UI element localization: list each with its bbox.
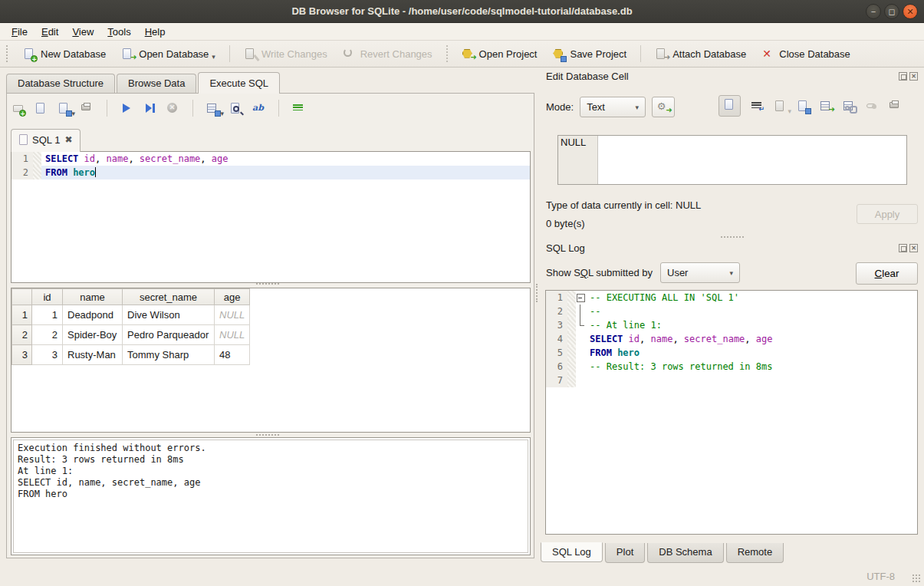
submitted-by-select[interactable]: User ▾ (660, 262, 740, 283)
sql-log-dock-icons: ✕ (899, 244, 918, 252)
cell-secret-name[interactable]: Dive Wilson (123, 305, 215, 325)
import-file-icon: ▾ (774, 100, 787, 113)
sql-document-icon (19, 134, 28, 145)
cell-age[interactable]: 48 (215, 345, 250, 365)
edit-cell-dock-icons: ✕ (899, 72, 918, 81)
save-sql-file-icon[interactable]: ▾ (58, 102, 71, 115)
tab-execute-sql[interactable]: Execute SQL (198, 72, 280, 94)
title-bar: DB Browser for SQLite - /home/user/code/… (0, 0, 924, 23)
float-dock-icon[interactable] (899, 244, 907, 252)
pane-splitter[interactable] (536, 284, 538, 302)
mode-select[interactable]: Text ▾ (580, 97, 646, 117)
float-dock-icon[interactable] (899, 72, 907, 81)
open-sql-file-icon[interactable] (35, 102, 48, 115)
sql-document-tab[interactable]: SQL 1 ✖ (11, 129, 81, 152)
menu-edit[interactable]: Edit (35, 25, 65, 39)
dock-tab-sql-log[interactable]: SQL Log (541, 542, 603, 562)
row-header[interactable]: 1 (12, 305, 32, 325)
cell-null-value: NULL (558, 136, 598, 184)
dock-splitter[interactable] (713, 235, 751, 239)
cell-id[interactable]: 1 (32, 305, 63, 325)
write-changes-button: Write Changes (238, 44, 334, 64)
dock-tab-remote[interactable]: Remote (726, 543, 784, 563)
table-row: 3 3 Rusty-Man Tommy Sharp 48 (12, 345, 250, 365)
close-button[interactable]: ✕ (903, 4, 918, 19)
find-icon[interactable] (229, 102, 242, 115)
column-header-age[interactable]: age (215, 289, 250, 305)
dock-tab-bar: SQL Log Plot DB Schema Remote (541, 543, 786, 563)
format-sql-icon[interactable]: ab (252, 102, 265, 115)
print-cell-icon[interactable] (889, 100, 902, 113)
mode-label: Mode: (546, 101, 574, 113)
tab-browse-data[interactable]: Browse Data (117, 74, 196, 94)
tab-database-structure[interactable]: Database Structure (6, 74, 115, 94)
text-mode-button[interactable] (718, 95, 741, 117)
new-database-button[interactable]: + New Database (17, 44, 112, 64)
clear-log-button[interactable]: Clear (856, 262, 918, 285)
apply-button: Apply (857, 204, 918, 224)
row-header[interactable]: 3 (12, 345, 32, 365)
cell-id[interactable]: 3 (32, 345, 63, 365)
close-sql-tab-icon[interactable]: ✖ (64, 134, 72, 152)
execute-sql-pane: + ▾ ✕ ▾ ab SQL 1 ✖ 1SELECT id, name, sec… (6, 93, 534, 558)
open-in-app-icon[interactable]: ➜ (820, 100, 833, 113)
close-dock-icon[interactable]: ✕ (909, 244, 918, 252)
menu-view[interactable]: View (65, 25, 100, 39)
save-project-button[interactable]: Save Project (546, 44, 633, 64)
chevron-down-icon: ▾ (729, 269, 733, 277)
cell-age[interactable]: NULL (215, 305, 250, 325)
chevron-down-icon: ▾ (636, 104, 640, 111)
maximize-button[interactable]: ◻ (884, 4, 899, 19)
dock-tab-plot[interactable]: Plot (605, 543, 645, 563)
resize-grip[interactable] (912, 574, 921, 583)
close-database-button[interactable]: ✕ Close Database (755, 44, 857, 64)
apply-data-button[interactable]: ⚙➜ (652, 97, 675, 117)
right-dock: Edit Database Cell ✕ Mode: Text ▾ ⚙➜ ▾ ➜ (541, 67, 924, 566)
encoding-indicator: UTF-8 (866, 571, 895, 582)
cell-value-editor[interactable]: NULL (557, 135, 907, 185)
new-sql-tab-icon[interactable]: + (12, 102, 25, 115)
export-file-icon[interactable] (797, 100, 810, 113)
dock-tab-db-schema[interactable]: DB Schema (647, 543, 723, 563)
cell-name[interactable]: Spider-Boy (63, 325, 123, 345)
column-header-name[interactable]: name (63, 289, 123, 305)
menu-help[interactable]: Help (138, 25, 173, 39)
cell-id[interactable]: 2 (32, 325, 63, 345)
row-header[interactable]: 2 (12, 325, 32, 345)
open-database-dropdown-icon[interactable]: ▾ (212, 53, 215, 61)
results-header-row: id name secret_name age (12, 289, 250, 305)
word-wrap-cell-icon[interactable] (751, 100, 764, 113)
link-data-icon[interactable] (843, 100, 856, 113)
open-project-button[interactable]: ➜ Open Project (455, 44, 544, 64)
cell-secret-name[interactable]: Pedro Parqueador (123, 325, 215, 345)
cell-size-info: 0 byte(s) (546, 218, 585, 229)
print-sql-icon[interactable] (81, 102, 94, 115)
close-database-icon: ✕ (761, 48, 774, 61)
word-wrap-icon[interactable] (292, 102, 305, 115)
cell-name[interactable]: Deadpond (63, 305, 123, 325)
toolbar-drag-handle[interactable] (6, 45, 11, 62)
sql-log-view[interactable]: 1-- EXECUTING ALL IN 'SQL 1'2--3-- At li… (545, 290, 918, 535)
column-header-secret-name[interactable]: secret_name (123, 289, 215, 305)
menu-file[interactable]: File (5, 25, 35, 39)
sql-editor[interactable]: 1SELECT id, name, secret_name, age2FROM … (11, 151, 531, 283)
cell-age[interactable]: NULL (215, 325, 250, 345)
open-database-button[interactable]: ➜ Open Database ▾ (115, 44, 222, 64)
close-dock-icon[interactable]: ✕ (909, 72, 918, 81)
save-results-icon[interactable]: ▾ (206, 102, 219, 115)
write-changes-icon (244, 48, 257, 61)
menu-tools[interactable]: Tools (100, 25, 137, 39)
execute-all-icon[interactable] (120, 102, 133, 115)
attach-database-button[interactable]: ➜ Attach Database (649, 44, 752, 64)
editor-results-splitter[interactable] (237, 281, 298, 285)
main-tab-bar: Database Structure Browse Data Execute S… (6, 74, 281, 94)
cell-name[interactable]: Rusty-Man (63, 345, 123, 365)
cell-secret-name[interactable]: Tommy Sharp (123, 345, 215, 365)
save-project-icon (552, 48, 565, 61)
new-database-icon: + (23, 48, 36, 61)
column-header-id[interactable]: id (32, 289, 63, 305)
execute-line-icon[interactable] (143, 102, 156, 115)
results-message-splitter[interactable] (237, 433, 298, 436)
minimize-button[interactable]: − (866, 4, 881, 19)
cell-mode-row: Mode: Text ▾ ⚙➜ (546, 97, 675, 117)
